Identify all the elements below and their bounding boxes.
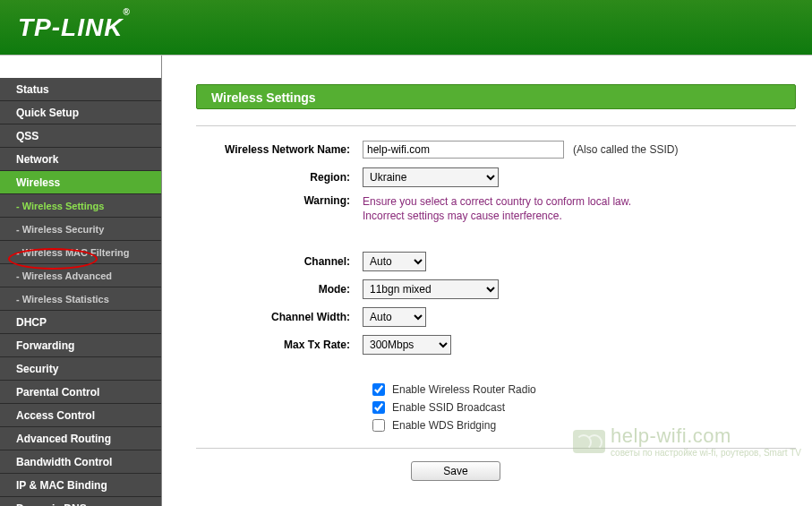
nav-wireless-settings[interactable]: - Wireless Settings [0, 194, 161, 218]
sidebar: Status Quick Setup QSS Network Wireless … [0, 56, 162, 506]
brand-logo: TP-LINK® [18, 13, 131, 42]
label-enable-radio: Enable Wireless Router Radio [392, 383, 536, 396]
nav-quick-setup[interactable]: Quick Setup [0, 101, 161, 124]
label-channel-width: Channel Width: [196, 311, 363, 323]
nav-wireless[interactable]: Wireless [0, 171, 161, 194]
nav-dhcp[interactable]: DHCP [0, 311, 161, 334]
nav-network[interactable]: Network [0, 148, 161, 171]
select-channel[interactable]: Auto [363, 252, 426, 271]
nav-wireless-advanced[interactable]: - Wireless Advanced [0, 264, 161, 287]
nav-status[interactable]: Status [0, 78, 161, 101]
nav-qss[interactable]: QSS [0, 124, 161, 148]
label-network-name: Wireless Network Name: [196, 143, 363, 156]
nav-wireless-security[interactable]: - Wireless Security [0, 218, 161, 241]
checkbox-enable-ssid-broadcast[interactable] [372, 401, 385, 414]
label-region: Region: [196, 171, 363, 184]
panel-title: Wireless Settings [196, 84, 796, 109]
nav-parental-control[interactable]: Parental Control [0, 381, 161, 404]
divider [196, 448, 796, 449]
label-enable-ssid-broadcast: Enable SSID Broadcast [392, 401, 505, 414]
nav-forwarding[interactable]: Forwarding [0, 334, 161, 357]
nav-security[interactable]: Security [0, 357, 161, 381]
header-bar: TP-LINK® [0, 0, 812, 56]
nav-wireless-mac-filtering[interactable]: - Wireless MAC Filtering [0, 241, 161, 264]
nav-ip-mac-binding[interactable]: IP & MAC Binding [0, 474, 161, 497]
select-max-tx-rate[interactable]: 300Mbps [363, 335, 451, 355]
select-channel-width[interactable]: Auto [363, 307, 426, 327]
nav-dynamic-dns[interactable]: Dynamic DNS [0, 497, 161, 506]
label-warning: Warning: [196, 194, 363, 207]
divider [196, 125, 796, 126]
nav-wireless-statistics[interactable]: - Wireless Statistics [0, 287, 161, 311]
nav-access-control[interactable]: Access Control [0, 404, 161, 427]
ssid-hint: (Also called the SSID) [573, 143, 678, 156]
label-channel: Channel: [196, 255, 363, 268]
warning-text: Ensure you select a correct country to c… [363, 194, 631, 223]
checkbox-enable-wds-bridging[interactable] [372, 419, 385, 432]
label-enable-wds-bridging: Enable WDS Bridging [392, 419, 496, 432]
select-mode[interactable]: 11bgn mixed [363, 279, 499, 299]
checkbox-enable-radio[interactable] [372, 383, 385, 396]
nav-advanced-routing[interactable]: Advanced Routing [0, 427, 161, 450]
main-panel: Wireless Settings Wireless Network Name:… [162, 56, 812, 506]
save-button[interactable]: Save [411, 461, 500, 481]
input-network-name[interactable] [363, 141, 564, 159]
select-region[interactable]: Ukraine [363, 167, 499, 187]
label-max-tx-rate: Max Tx Rate: [196, 339, 363, 351]
nav-bandwidth-control[interactable]: Bandwidth Control [0, 450, 161, 474]
label-mode: Mode: [196, 283, 363, 296]
